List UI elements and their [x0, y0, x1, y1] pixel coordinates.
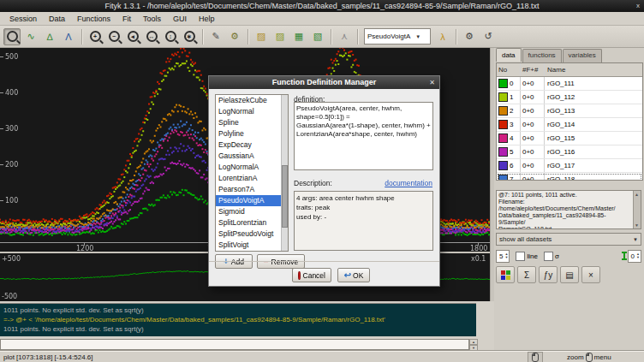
list-scrollbar[interactable]: [281, 95, 288, 251]
window-titlebar[interactable]: Fityk 1.3.1 - /home/aleplo/test/Document…: [0, 0, 644, 12]
function-type-item[interactable]: PielaszekCube: [216, 95, 288, 106]
function-type-item[interactable]: Sigmoid: [216, 206, 288, 217]
function-type-item[interactable]: SplitLorentzian: [216, 217, 288, 228]
chevron-down-icon: ▼: [633, 237, 638, 242]
zoom-x-auto-icon[interactable]: ↔: [143, 28, 160, 45]
dataset-color-swatch[interactable]: [498, 147, 508, 157]
mouse-icon: [532, 353, 539, 362]
menu-item-tools[interactable]: Tools: [137, 14, 167, 24]
dataset-info-box: @7: 1011 points, 1011 active.Filename: /…: [496, 190, 641, 229]
tab-functions[interactable]: functions: [522, 49, 562, 62]
edit-script-icon[interactable]: ✎: [207, 28, 224, 45]
dataset-filter-select[interactable]: show all datasets ▼: [496, 233, 641, 246]
zoom-mode-icon[interactable]: [3, 28, 21, 45]
console-output[interactable]: 1011 points. No explicit std. dev. Set a…: [0, 303, 476, 336]
add-peak-mode-icon[interactable]: ∆: [41, 28, 58, 45]
shirt-stepper[interactable]: 0 ▲▼: [628, 250, 641, 263]
dialog-close-icon[interactable]: ✕: [429, 76, 435, 89]
dataset-color-swatch[interactable]: [498, 92, 508, 102]
input-history-spinner[interactable]: ▲▼: [469, 339, 478, 350]
find-peak-icon[interactable]: ⋏: [336, 28, 353, 45]
dataset-color-swatch[interactable]: [498, 120, 508, 129]
table-row[interactable]: 60+0rGO_117: [497, 159, 642, 173]
append-data-icon[interactable]: ▨: [271, 28, 289, 45]
tab-data[interactable]: data: [496, 48, 522, 62]
dataset-color-swatch[interactable]: [498, 161, 508, 170]
menu-item-fit[interactable]: Fit: [116, 14, 137, 24]
line-checkbox[interactable]: [516, 252, 525, 261]
dataset-color-swatch[interactable]: [498, 134, 508, 143]
dataset-table: No#F+#Name00+0rGO_11110+0rGO_11220+0rGO_…: [496, 62, 643, 181]
run-script-icon[interactable]: ⚙: [226, 28, 243, 45]
menu-item-functions[interactable]: Functions: [71, 14, 116, 24]
menu-item-help[interactable]: Help: [193, 14, 221, 24]
ok-button[interactable]: ↩OK: [337, 268, 370, 282]
cancel-button[interactable]: Cancel: [292, 268, 331, 282]
show-sum-icon[interactable]: ▤: [560, 266, 579, 283]
load-data-icon[interactable]: ▨: [253, 28, 270, 45]
function-type-item[interactable]: LorentzianA: [216, 173, 288, 184]
function-type-item[interactable]: SplitPseudoVoigt: [216, 228, 288, 240]
table-row[interactable]: 20+0rGO_113: [497, 104, 642, 118]
plot-coordinates: plot [1073:1818] [-15.4:524.6]: [0, 353, 528, 361]
dataset-color-swatch[interactable]: [498, 106, 508, 116]
tab-variables[interactable]: variables: [563, 49, 602, 62]
table-row[interactable]: 70+0rGO_118: [497, 173, 642, 181]
function-type-item[interactable]: Spline: [216, 117, 288, 128]
point-size-stepper[interactable]: 5 ▲▼: [496, 250, 510, 263]
dataset-filter-value: show all datasets: [499, 235, 552, 243]
function-type-list-items: PielaszekCubeLogNormalSplinePolylineExpD…: [216, 95, 288, 251]
definition-textarea[interactable]: PseudoVoigtA(area, center, hwhm, shape=0…: [294, 102, 433, 170]
delete-icon[interactable]: ×: [581, 266, 600, 283]
function-type-item[interactable]: Pearson7A: [216, 184, 288, 195]
function-type-item[interactable]: LogNormal: [216, 106, 288, 117]
table-row[interactable]: 40+0rGO_115: [497, 132, 642, 145]
function-type-item[interactable]: LogNormalA: [216, 162, 288, 173]
function-type-item[interactable]: PseudoVoigtA: [216, 195, 288, 206]
scrollbar-thumb[interactable]: [282, 165, 288, 228]
dataset-color-swatch[interactable]: [498, 175, 508, 181]
fit-run-icon[interactable]: ⚙: [461, 28, 478, 45]
data-range-mode-icon[interactable]: ∿: [22, 28, 39, 45]
edit-data-icon[interactable]: ▦: [290, 28, 307, 45]
zoom-y-auto-icon[interactable]: ↕: [162, 28, 179, 45]
sum-functions-icon[interactable]: Σ: [517, 266, 536, 283]
dialog-titlebar[interactable]: Function Definition Manager ✕: [209, 76, 439, 89]
dataset-color-swatch[interactable]: [498, 79, 508, 88]
table-row[interactable]: 10+0rGO_112: [497, 91, 642, 104]
zoom-in-icon[interactable]: +: [86, 28, 104, 45]
function-type-select[interactable]: PseudoVoigtA ▼: [364, 28, 431, 45]
function-type-item[interactable]: SplitVoigt: [216, 240, 288, 251]
table-row[interactable]: 30+0rGO_114: [497, 118, 642, 132]
stepper-arrows-icon[interactable]: ▲▼: [636, 252, 640, 259]
stepper-arrows-icon[interactable]: ▲▼: [504, 252, 508, 259]
fityk-window: Fityk 1.3.1 - /home/aleplo/test/Document…: [0, 0, 644, 362]
function-type-item[interactable]: ExpDecay: [216, 139, 288, 151]
plot-style-controls: 5 ▲▼ line σ 0 ▲▼: [496, 248, 641, 264]
palette-grid-icon[interactable]: [496, 266, 515, 283]
documentation-link[interactable]: documentation: [385, 179, 432, 187]
table-row[interactable]: 00+0rGO_111: [497, 77, 642, 91]
function-of-y-icon[interactable]: ƒy: [539, 266, 558, 283]
add-function-icon[interactable]: λ: [434, 28, 451, 45]
table-row[interactable]: 50+0rGO_116: [497, 145, 642, 159]
function-type-list[interactable]: PielaszekCubeLogNormalSplinePolylineExpD…: [215, 94, 289, 252]
menu-item-session[interactable]: Session: [3, 14, 43, 24]
transform-data-icon[interactable]: ▧: [309, 28, 326, 45]
command-input[interactable]: [0, 339, 469, 350]
window-close-icon[interactable]: x: [636, 0, 640, 12]
menu-item-gui[interactable]: GUI: [167, 14, 193, 24]
zoom-all-icon[interactable]: ∗: [181, 28, 198, 45]
toolbar-separator: [202, 29, 203, 45]
toolbar-separator: [357, 29, 358, 45]
info-scrollbar[interactable]: [633, 191, 641, 228]
fit-undo-icon[interactable]: ↺: [480, 28, 497, 45]
menu-item-data[interactable]: Data: [43, 14, 71, 24]
zoom-out-icon[interactable]: −: [105, 28, 122, 45]
mouse-mode-button[interactable]: [528, 352, 543, 362]
function-type-item[interactable]: Polyline: [216, 128, 288, 139]
function-type-item[interactable]: GaussianA: [216, 151, 288, 162]
activate-data-mode-icon[interactable]: Λ: [60, 28, 77, 45]
zoom-prev-icon[interactable]: ◂: [124, 28, 141, 45]
sigma-checkbox[interactable]: [544, 252, 553, 261]
